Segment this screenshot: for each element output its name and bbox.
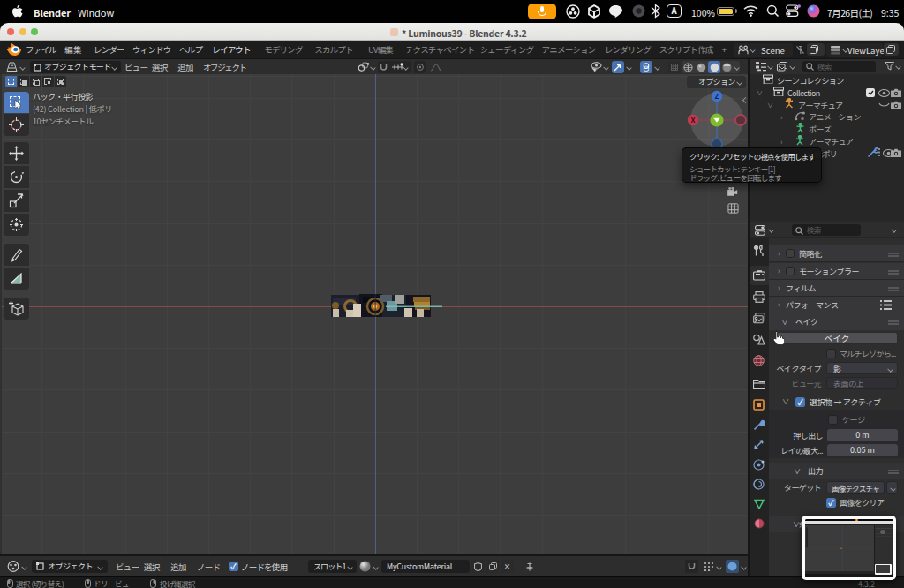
svg-text:Z: Z bbox=[715, 91, 719, 101]
svg-text:X: X bbox=[690, 115, 695, 124]
